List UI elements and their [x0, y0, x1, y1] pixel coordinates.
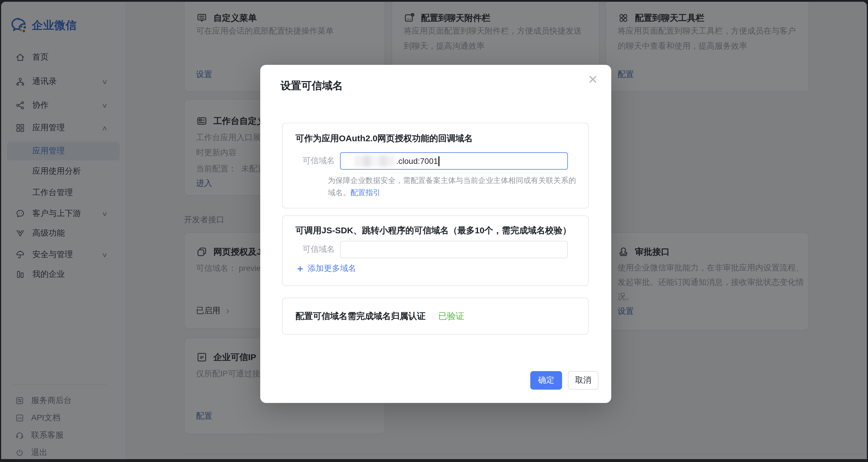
config-guide-link[interactable]: 配置指引	[350, 188, 380, 197]
plus-icon: ＋	[296, 264, 305, 273]
verified-badge: 已验证	[438, 311, 464, 322]
oauth-callback-section: 可作为应用OAuth2.0网页授权功能的回调域名 可信域名 .cloud:700…	[282, 123, 589, 208]
redacted-domain	[354, 155, 395, 167]
jssdk-domain-input[interactable]	[340, 241, 568, 258]
jssdk-domain-section: 可调用JS-SDK、跳转小程序的可信域名（最多10个，需完成域名校验） 可信域名…	[282, 215, 589, 286]
oauth-help-text: 为保障企业数据安全，需配置备案主体与当前企业主体相同或有关联关系的域名。配置指引	[328, 174, 577, 199]
oauth-callback-domain-input[interactable]: .cloud:7001	[340, 152, 568, 170]
screen: 企业微信 首页 通讯录 ∨ 协作 ∨ 应用管理 ∧ 应用管理 应用使用分析 工作…	[0, 0, 868, 462]
text-cursor	[439, 156, 439, 166]
confirm-button[interactable]: 确定	[530, 371, 562, 389]
trusted-domain-dialog: 设置可信域名 × 可作为应用OAuth2.0网页授权功能的回调域名 可信域名 .…	[260, 65, 611, 403]
cancel-button[interactable]: 取消	[568, 371, 598, 389]
close-icon[interactable]: ×	[588, 72, 597, 87]
admin-window: 企业微信 首页 通讯录 ∨ 协作 ∨ 应用管理 ∧ 应用管理 应用使用分析 工作…	[1, 2, 867, 459]
domain-verification-section: 配置可信域名需完成域名归属认证 已验证	[282, 297, 589, 335]
dialog-title: 设置可信域名	[280, 79, 343, 93]
add-more-domains-link[interactable]: ＋ 添加更多域名	[296, 263, 356, 274]
